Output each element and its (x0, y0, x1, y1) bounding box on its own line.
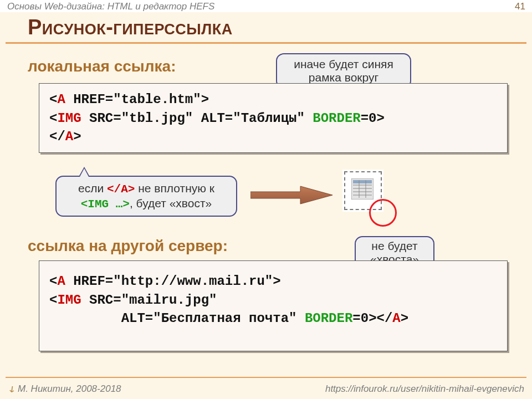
callout-text: если </A> не вплотную к <IMG …>, будет «… (78, 182, 214, 209)
section-local-link: локальная ссылка: (28, 58, 176, 75)
callout-text: иначе будет синяя рамка вокруг (294, 58, 393, 84)
footer-rule (6, 377, 526, 378)
arrow-icon: ↘ (5, 382, 19, 396)
footer-url: https://infourok.ru/user/nikitin-mihail-… (325, 383, 524, 395)
doc-title: Основы Web-дизайна: HTML и редактор HEFS (7, 1, 214, 12)
svg-rect-2 (353, 180, 372, 183)
highlight-circle (369, 199, 397, 227)
page-title: Рисунок-гиперссылка (28, 16, 233, 39)
section-remote-link: ссылка на другой сервер: (28, 237, 228, 255)
page-number: 41 (515, 1, 525, 12)
slide: Основы Web-дизайна: HTML и редактор HEFS… (0, 0, 532, 399)
title-bar: Рисунок-гиперссылка (6, 16, 526, 44)
svg-marker-0 (250, 186, 332, 204)
callout-tail: если </A> не вплотную к <IMG …>, будет «… (55, 176, 237, 217)
callout-pointer-icon (79, 167, 90, 177)
arrow-icon (250, 184, 334, 206)
code-block-2: <A HREF="http://www.mail.ru"> <IMG SRC="… (39, 260, 508, 351)
table-icon (351, 178, 374, 200)
footer-author: ↘М. Никитин, 2008-2018 (8, 383, 121, 395)
code-block-1: <A HREF="table.htm"> <IMG SRC="tbl.jpg" … (39, 83, 508, 153)
